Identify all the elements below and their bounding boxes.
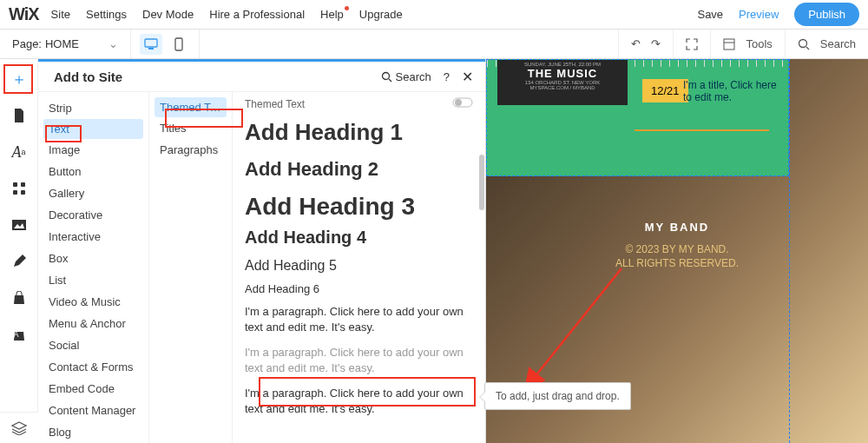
- panel-search[interactable]: Search: [381, 70, 431, 83]
- sample-heading2[interactable]: Add Heading 2: [245, 158, 473, 181]
- collapse-icon: [686, 38, 698, 50]
- panel-close-button[interactable]: ✕: [462, 69, 473, 85]
- cat-image[interactable]: Image: [38, 139, 148, 161]
- store-button[interactable]: [10, 288, 29, 307]
- grid-icon: [12, 182, 26, 195]
- subcat-titles[interactable]: Titles: [149, 117, 232, 139]
- svg-rect-2: [175, 38, 182, 50]
- apps-button[interactable]: [10, 179, 29, 198]
- subcat-paragraphs[interactable]: Paragraphs: [149, 139, 232, 161]
- cat-menu[interactable]: Menu & Anchor: [38, 313, 148, 334]
- cat-social[interactable]: Social: [38, 334, 148, 356]
- chevron-down-icon: ⌄: [108, 37, 118, 50]
- sample-heading5[interactable]: Add Heading 5: [245, 258, 473, 274]
- svg-rect-1: [148, 48, 154, 50]
- cat-content[interactable]: Content Manager: [38, 400, 148, 421]
- cat-video[interactable]: Video & Music: [38, 291, 148, 313]
- band-heading[interactable]: MY BAND: [486, 221, 868, 234]
- panel-search-label: Search: [396, 70, 431, 83]
- svg-point-5: [799, 39, 806, 47]
- undo-button[interactable]: ↶: [631, 37, 641, 50]
- image-icon: [11, 219, 27, 231]
- preview-column: Themed Text Add Heading 1 Add Heading 2 …: [233, 92, 485, 443]
- cat-list[interactable]: List: [38, 269, 148, 291]
- date-badge[interactable]: 12/21: [642, 79, 688, 102]
- sample-paragraph2[interactable]: I'm a paragraph. Click here to add your …: [245, 345, 473, 375]
- layers-button[interactable]: [0, 412, 38, 443]
- subcat-themed[interactable]: Themed Text: [155, 97, 227, 117]
- copyright-line2[interactable]: ALL RIGHTS RESERVED.: [486, 257, 868, 269]
- panel-help-button[interactable]: ?: [444, 70, 450, 83]
- menu-upgrade[interactable]: Upgrade: [359, 8, 403, 21]
- pages-button[interactable]: [10, 106, 29, 125]
- editable-title[interactable]: I'm a title, Click here to edit me.: [683, 79, 779, 103]
- design-button[interactable]: Aa: [10, 142, 29, 162]
- drag-tooltip: To add, just drag and drop.: [484, 382, 631, 410]
- toolbar-search[interactable]: Search: [785, 30, 868, 58]
- mobile-icon: [174, 37, 183, 51]
- tooltip-text: To add, just drag and drop.: [496, 390, 620, 402]
- copyright-line1[interactable]: © 2023 BY MY BAND.: [486, 243, 868, 255]
- cat-button[interactable]: Button: [38, 161, 148, 182]
- cat-text[interactable]: Text: [43, 119, 143, 139]
- menu-site[interactable]: Site: [51, 8, 70, 21]
- svg-line-6: [806, 47, 809, 50]
- publish-button[interactable]: Publish: [794, 3, 859, 26]
- top-menu-bar: WiX Site Settings Dev Mode Hire a Profes…: [0, 0, 868, 30]
- preview-button[interactable]: Preview: [739, 8, 779, 21]
- sample-paragraph3[interactable]: I'm a paragraph. Click here to add your …: [245, 386, 473, 416]
- menu-devmode[interactable]: Dev Mode: [142, 8, 194, 21]
- panel-body: Strip Text Image Button Gallery Decorati…: [38, 91, 485, 443]
- cat-gallery[interactable]: Gallery: [38, 182, 148, 204]
- menu-settings[interactable]: Settings: [86, 8, 127, 21]
- add-element-button[interactable]: ＋: [10, 69, 29, 89]
- menu-help[interactable]: Help: [320, 8, 344, 21]
- cat-box[interactable]: Box: [38, 248, 148, 269]
- desktop-view-button[interactable]: [140, 34, 162, 55]
- toggle-icon[interactable]: [452, 97, 473, 110]
- sample-heading1[interactable]: Add Heading 1: [245, 119, 473, 146]
- sample-heading6[interactable]: Add Heading 6: [245, 282, 473, 295]
- undo-redo-group: ↶ ↷: [618, 30, 673, 58]
- sample-heading3[interactable]: Add Heading 3: [245, 193, 473, 221]
- page-selector[interactable]: Page: HOME ⌄: [0, 37, 130, 50]
- cat-embed[interactable]: Embed Code: [38, 378, 148, 400]
- ascend-button[interactable]: A: [10, 325, 29, 344]
- section-header[interactable]: SUNDAY, JUNE 25TH, 22:00 PM THE MUSIC 13…: [486, 59, 789, 176]
- subcategory-list: Themed Text Titles Paragraphs: [149, 92, 233, 443]
- cat-decorative[interactable]: Decorative: [38, 204, 148, 226]
- cat-strip[interactable]: Strip: [38, 97, 148, 119]
- media-button[interactable]: [10, 215, 29, 235]
- top-menu: Site Settings Dev Mode Hire a Profession…: [51, 8, 698, 21]
- panel-header-actions: Search ? ✕: [381, 69, 473, 85]
- sample-heading4[interactable]: Add Heading 4: [245, 228, 473, 248]
- desktop-icon: [144, 38, 158, 50]
- sample-paragraph1[interactable]: I'm a paragraph. Click here to add your …: [245, 304, 473, 334]
- add-to-site-panel: Add to Site Search ? ✕ Strip Text Image …: [38, 59, 486, 443]
- cat-blog[interactable]: Blog: [38, 421, 148, 443]
- preview-section-header: Themed Text: [245, 97, 473, 110]
- device-switch: [130, 30, 200, 58]
- save-button[interactable]: Save: [697, 8, 723, 21]
- flyer-address: 134 ORCHARD ST. NEW YORK: [501, 80, 624, 86]
- svg-point-16: [455, 99, 462, 106]
- page-name: HOME: [45, 37, 79, 50]
- search-icon: [381, 71, 392, 83]
- search-icon: [798, 38, 810, 50]
- tools-icon: [723, 38, 735, 50]
- cat-interactive[interactable]: Interactive: [38, 226, 148, 248]
- redo-button[interactable]: ↷: [651, 37, 661, 50]
- bag-icon: [12, 291, 26, 305]
- svg-rect-11: [12, 220, 26, 230]
- svg-rect-9: [13, 190, 17, 195]
- preview-header-label: Themed Text: [245, 98, 305, 110]
- blog-button[interactable]: [10, 252, 29, 271]
- zoom-button[interactable]: [673, 30, 710, 58]
- menu-hire[interactable]: Hire a Professional: [209, 8, 305, 21]
- cat-contact[interactable]: Contact & Forms: [38, 356, 148, 378]
- flyer-footer: MYSPACE.COM / MYBAND: [501, 85, 624, 91]
- tools-button[interactable]: Tools: [710, 30, 784, 58]
- flyer-card[interactable]: SUNDAY, JUNE 25TH, 22:00 PM THE MUSIC 13…: [497, 60, 628, 105]
- mobile-view-button[interactable]: [168, 34, 190, 55]
- scrollbar-thumb[interactable]: [479, 155, 484, 210]
